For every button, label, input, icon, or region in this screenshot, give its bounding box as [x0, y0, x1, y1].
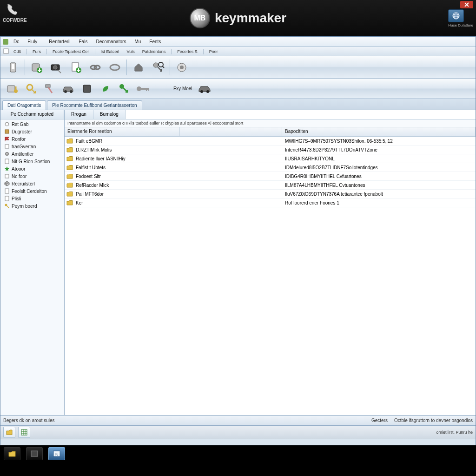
svg-rect-18 — [7, 86, 15, 92]
drive-add-icon — [30, 61, 43, 74]
hdd-key-button[interactable] — [4, 80, 21, 97]
tree-item[interactable]: Nc foor — [0, 172, 64, 180]
menu-item[interactable]: Mu — [131, 38, 145, 45]
key-search-button[interactable] — [149, 58, 167, 77]
menu-item[interactable]: Fents — [145, 38, 165, 45]
tree-item[interactable]: Feolslt Cerdeiton — [0, 187, 64, 195]
column-header[interactable]: Bapocititen — [282, 127, 476, 136]
tree-item[interactable]: Amtilentler — [0, 150, 64, 158]
link-button[interactable] — [86, 58, 104, 77]
car-button[interactable] — [60, 80, 77, 97]
svg-rect-24 — [83, 85, 91, 93]
key-grey-button[interactable] — [134, 80, 151, 97]
table-row[interactable]: Falfist t UbtetsIDMdelured8I5O2B7TLlDNF7… — [65, 163, 476, 172]
svg-rect-1 — [3, 39, 8, 45]
submenu-item[interactable]: Furs — [30, 49, 44, 54]
taskbar-item[interactable] — [26, 447, 43, 460]
target-button[interactable] — [173, 58, 191, 77]
table-row[interactable]: Failt eBGMRMWllHG7S–9MR7507SYSTN03Shilon… — [65, 137, 476, 145]
menu-item[interactable]: Rentarteril — [45, 38, 74, 45]
submenu-item[interactable]: Prier — [206, 49, 221, 54]
hammer-button[interactable] — [41, 80, 58, 97]
column-header[interactable]: Elerrnerle Ror reetion — [65, 127, 180, 136]
tray-text: omietlliRt. Punru he — [436, 430, 473, 435]
submenu-item[interactable]: Cdlt — [11, 49, 24, 54]
menu-item[interactable]: Dc — [10, 38, 23, 45]
submenu-item[interactable]: Vuls — [124, 49, 138, 54]
camera-key-button[interactable] — [47, 58, 65, 77]
info-banner: Intanontame sl oim codomon cHRils toebod… — [65, 119, 476, 127]
svg-point-14 — [153, 63, 158, 67]
navigation-tree: Rst GabDugrosterRonfortrasGvertanAmtilen… — [0, 119, 64, 415]
panel-tab[interactable]: Burnalog — [93, 110, 126, 119]
home-button[interactable] — [130, 58, 147, 77]
target-icon — [176, 62, 187, 73]
hdd-key-icon — [7, 83, 19, 95]
tree-item[interactable]: Recruilsterl — [0, 180, 64, 187]
box-button[interactable] — [79, 80, 95, 97]
tray-button[interactable] — [18, 427, 30, 438]
key-search-icon — [152, 61, 165, 74]
menu-item[interactable]: Fluly — [24, 38, 41, 45]
key-grey-icon — [136, 84, 150, 93]
table-row[interactable]: Fodoest SitrIDIBG4R0IHBMYIITHEL Cvfuarto… — [65, 172, 476, 181]
tree-item[interactable]: Ronfor — [0, 135, 64, 143]
tree-item[interactable]: Plisli — [0, 195, 64, 202]
close-button[interactable] — [460, 1, 473, 8]
cell-desc: Rof loorerd ener Foones 1 — [282, 200, 476, 205]
square-icon — [4, 144, 10, 149]
submenu-item[interactable]: Ist Eatcerl — [98, 49, 122, 54]
table-row[interactable]: Pail MFT6dorIluV67Z0tO69DTYN7376A tetiar… — [65, 190, 476, 198]
submenu-item[interactable]: Patdirentons — [139, 49, 169, 54]
key-green-button[interactable] — [116, 80, 132, 97]
doc-add-button[interactable] — [67, 58, 85, 77]
table-row[interactable]: KerRof loorerd ener Foones 1 — [65, 198, 476, 207]
tree-item[interactable]: Peyrn boerd — [0, 202, 64, 210]
menu-item[interactable]: Decomanators — [92, 38, 130, 45]
gear-icon — [4, 151, 10, 157]
partner-label: Huse Dutattare — [448, 23, 473, 27]
tree-item[interactable]: Rst Gab — [0, 120, 64, 128]
panel-tab[interactable]: Rrogan — [65, 110, 93, 119]
table-row[interactable]: D.RZTIMirk MolisInteneR4473.6D2P3279TTI.… — [65, 145, 476, 154]
taskbar-item[interactable] — [4, 447, 20, 460]
cell-desc: InteneR4473.6D2P3279TTI.7DOnATVTZone — [282, 147, 476, 152]
drive-add-button[interactable] — [28, 58, 46, 77]
globe-icon — [452, 12, 460, 20]
taskbar-item-active[interactable]: K — [48, 447, 65, 460]
table-row[interactable]: Radiente lluer IASNllHiyIIUSRAISARHKITYO… — [65, 154, 476, 163]
tree-item[interactable]: trasGvertan — [0, 143, 64, 150]
cell-desc: IDIBG4R0IHBMYIITHEL Cvfuartones — [282, 174, 476, 179]
column-header[interactable] — [180, 127, 282, 136]
document-tabs: Datl Oragomatis Ple Rocommte Eufiboné Ge… — [0, 99, 476, 110]
table-row[interactable]: RefRacder MlckIlLM87A4LHBMYIITHFEL Cvtua… — [65, 181, 476, 190]
device-button[interactable] — [4, 58, 22, 77]
car2-button[interactable] — [196, 80, 213, 97]
document-tab[interactable]: Datl Oragomatis — [2, 100, 46, 110]
sidebar: Pe Cocharm rupoted Rst GabDugrosterRonfo… — [0, 110, 65, 415]
svg-point-13 — [110, 65, 119, 70]
document-tab[interactable]: Ple Rocommte Eufiboné Gerlantasoerton — [47, 100, 142, 110]
sidebar-header: Pe Cocharm rupoted — [0, 110, 64, 119]
tree-item-label: Dugroster — [12, 129, 32, 134]
folder-small-icon — [66, 155, 73, 162]
keyring-button[interactable] — [23, 80, 40, 97]
leaf-button[interactable] — [97, 80, 114, 97]
key-icon — [4, 203, 10, 209]
tree-item[interactable]: Dugroster — [0, 128, 64, 135]
doc-add-icon — [69, 61, 82, 74]
svg-rect-43 — [31, 451, 38, 456]
tray-button[interactable] — [3, 427, 15, 438]
ring-button[interactable] — [106, 58, 124, 77]
box-icon — [81, 83, 93, 94]
submenu-item[interactable]: Fecertes S — [174, 49, 200, 54]
tree-item[interactable]: Nit G Rion Sostion — [0, 158, 64, 165]
ring-icon — [108, 63, 121, 72]
tree-item-label: Ronfor — [12, 137, 26, 142]
menu-item[interactable]: Fals — [75, 38, 92, 45]
tree-item[interactable]: Atooor — [0, 165, 64, 172]
cell-name: Falfist t Ubtets — [73, 165, 180, 170]
svg-rect-37 — [5, 159, 9, 164]
submenu-item[interactable]: Focile Tipartest Ger — [50, 49, 92, 54]
svg-rect-29 — [148, 88, 149, 91]
